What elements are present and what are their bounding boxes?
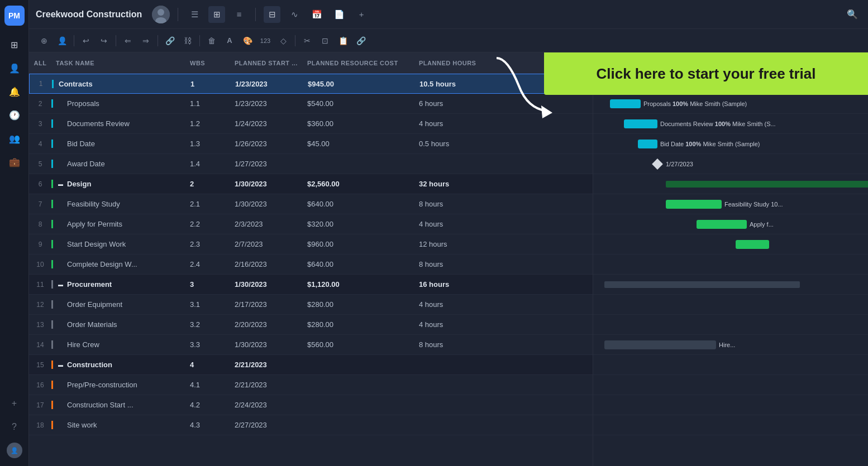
task-name-cell: Apply for Permits [51,220,185,228]
number-button[interactable]: 123 [257,33,274,49]
hours-cell: 4 hours [414,320,504,329]
gantt-bar-hire-crew[interactable] [604,340,716,349]
gantt-label: Hire... [719,342,735,348]
cost-cell: $945.00 [303,80,415,88]
view-chart-icon[interactable]: ∿ [286,6,303,23]
cut-button[interactable]: ✂ [299,33,316,49]
gantt-row: Proposals 100% Mike Smith (Sample) [593,94,868,114]
gantt-bar-bid-date[interactable] [638,140,657,148]
redo-button[interactable]: ↪ [96,33,112,49]
gantt-bar-start-design[interactable] [736,240,769,249]
table-row[interactable]: 15 ▬Construction 4 2/21/2023 [29,355,593,375]
undo-button[interactable]: ↩ [78,33,94,49]
wbs-cell: 4 [185,361,230,369]
wbs-cell: 1.3 [185,140,230,148]
delete-button[interactable]: 🗑 [203,33,220,49]
view-gantt-icon[interactable]: ⊞ [208,6,225,23]
user-avatar[interactable] [152,6,170,23]
cost-cell: $960.00 [303,240,414,248]
row-number: 5 [29,160,51,168]
search-button[interactable]: 🔍 [843,6,861,23]
content-area: Click here to start your free trial ALL … [29,52,868,466]
gantt-bar-procurement[interactable] [604,281,800,288]
view-split-icon[interactable]: ≡ [231,6,247,23]
paste-link-button[interactable]: 🔗 [352,33,369,49]
gantt-row [593,355,868,375]
toolbar-divider-1 [74,35,74,46]
sidebar-item-history[interactable]: 🕐 [4,105,25,125]
table-row[interactable]: 17 Construction Start ... 4.2 2/24/2023 [29,395,593,415]
link-button[interactable]: 🔗 [161,33,178,49]
sidebar-profile-button[interactable]: 👤 [4,440,25,460]
table-row[interactable]: 8 Apply for Permits 2.2 2/3/2023 $320.00… [29,214,593,234]
text-button[interactable]: A [221,33,238,49]
view-doc-icon[interactable]: 📄 [331,6,347,23]
start-cell: 1/23/2023 [231,80,303,88]
start-cell: 2/21/2023 [230,381,303,389]
sidebar-item-projects[interactable]: 💼 [4,152,25,172]
gantt-row [593,415,868,435]
sidebar-item-users[interactable]: 👤 [4,58,25,78]
col-planned-start[interactable]: PLANNED START ... [230,60,303,66]
indent-button[interactable]: ⇒ [137,33,154,49]
wbs-cell: 3 [185,280,230,289]
gantt-bar-docs-review[interactable] [624,119,657,128]
col-wbs[interactable]: WBS [185,60,230,66]
sidebar-help-button[interactable]: ? [4,417,25,437]
sidebar-item-home[interactable]: ⊞ [4,35,25,55]
add-task-button[interactable]: ⊕ [36,33,53,49]
app-logo[interactable]: PM [4,6,25,26]
cost-cell: $1,120.00 [303,280,414,289]
gantt-bar-permits[interactable] [697,220,747,229]
table-row[interactable]: 6 ▬Design 2 1/30/2023 $2,560.00 32 hours [29,174,593,194]
table-row[interactable]: 4 Bid Date 1.3 1/26/2023 $45.00 0.5 hour… [29,134,593,154]
add-resource-button[interactable]: 👤 [54,33,70,49]
gantt-row: Documents Review 100% Mike Smith (S... [593,114,868,134]
divider-2 [255,8,256,21]
table-row[interactable]: 9 Start Design Work 2.3 2/7/2023 $960.00… [29,234,593,254]
col-all[interactable]: ALL [29,60,51,66]
diamond-button[interactable]: ◇ [275,33,292,49]
wbs-cell: 3.1 [185,300,230,309]
sidebar-add-button[interactable]: + [4,393,25,414]
color-button[interactable]: 🎨 [239,33,256,49]
wbs-cell: 2.4 [185,260,230,268]
table-row[interactable]: 18 Site work 4.3 2/27/2023 [29,415,593,435]
add-view-button[interactable]: + [353,6,370,23]
gantt-bar-proposals[interactable] [610,99,641,108]
wbs-cell: 1 [186,80,231,88]
table-row[interactable]: 5 Award Date 1.4 1/27/2023 [29,154,593,174]
cost-cell: $280.00 [303,300,414,309]
outdent-button[interactable]: ⇐ [120,33,136,49]
sidebar-item-notifications[interactable]: 🔔 [4,81,25,102]
table-row[interactable]: 16 Prep/Pre-construction 4.1 2/21/2023 [29,375,593,395]
paste-button[interactable]: 📋 [335,33,351,49]
col-task-name[interactable]: TASK NAME [51,60,185,66]
view-table-icon[interactable]: ⊟ [264,6,280,23]
wbs-cell: 1.2 [185,119,230,128]
toolbar-divider-5 [295,35,295,46]
cta-text: Click here to start your free trial [596,65,815,83]
toolbar-divider-4 [199,35,200,46]
row-number: 17 [29,401,51,409]
table-row[interactable]: 12 Order Equipment 3.1 2/17/2023 $280.00… [29,295,593,315]
wbs-cell: 1.1 [185,99,230,108]
hours-cell: 0.5 hours [414,140,504,148]
view-calendar-icon[interactable]: 📅 [308,6,325,23]
table-row[interactable]: 7 Feasibility Study 2.1 1/30/2023 $640.0… [29,194,593,214]
table-row[interactable]: 11 ▬Procurement 3 1/30/2023 $1,120.00 16… [29,275,593,295]
sidebar-item-team[interactable]: 👥 [4,128,25,148]
start-cell: 2/27/2023 [230,421,303,429]
gantt-bar-feasibility[interactable] [666,200,722,209]
unlink-button[interactable]: ⛓ [179,33,196,49]
gantt-label: 1/27/2023 [666,161,693,167]
table-row[interactable]: 14 Hire Crew 3.3 1/30/2023 $560.00 8 hou… [29,335,593,355]
table-row[interactable]: 10 Complete Design W... 2.4 2/16/2023 $6… [29,254,593,275]
cta-banner[interactable]: Click here to start your free trial [544,52,868,95]
table-row[interactable]: 13 Order Materials 3.2 2/20/2023 $280.00… [29,315,593,335]
copy-button[interactable]: ⊡ [317,33,333,49]
gantt-bar-design[interactable] [666,181,868,188]
view-list-icon[interactable]: ☰ [186,6,203,23]
col-resource-cost[interactable]: PLANNED RESOURCE COST [303,60,414,66]
hours-cell: 32 hours [414,180,504,188]
